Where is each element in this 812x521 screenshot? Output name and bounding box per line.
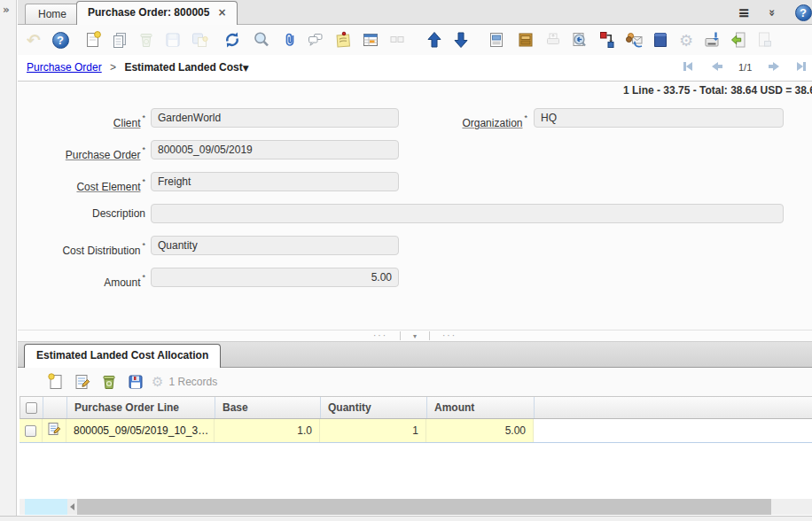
select-all-cell	[20, 397, 43, 418]
cost-distribution-field[interactable]: Quantity	[151, 236, 399, 255]
workflow-icon[interactable]	[597, 29, 618, 51]
archive-viewer-icon[interactable]	[515, 29, 536, 51]
window-bottom-edge	[0, 516, 812, 521]
export-icon[interactable]	[701, 29, 722, 51]
splitter-collapse-icon[interactable]: ▾	[401, 332, 429, 340]
next-record-icon[interactable]	[769, 62, 779, 71]
first-record-icon[interactable]	[683, 62, 692, 71]
label-client: Client*	[18, 108, 145, 133]
expand-menu-icon[interactable]: »	[3, 4, 10, 16]
file-import-icon[interactable]	[753, 29, 775, 51]
new-record-icon[interactable]	[82, 29, 104, 51]
column-header-purchase-order-line[interactable]: Purchase Order Line	[67, 397, 215, 418]
record-page-indicator: 1/1	[738, 62, 752, 73]
print-preview-icon[interactable]	[568, 29, 589, 51]
tab-purchase-order[interactable]: Purchase Order: 800005×	[76, 1, 238, 25]
column-header-base[interactable]: Base	[215, 397, 321, 418]
copy-record-icon[interactable]	[109, 29, 130, 51]
grid-header-row: Purchase Order Line Base Quantity Amount	[20, 396, 812, 419]
splitter-grip: ···	[361, 331, 400, 340]
amount-field[interactable]: 5.00	[151, 268, 399, 287]
main-toolbar: ↶ ? ⚙	[18, 25, 812, 55]
post-it-note-icon[interactable]	[332, 29, 354, 51]
label-organization: Organization*	[399, 108, 527, 133]
process-rows-icon[interactable]: ⚙	[152, 374, 163, 390]
zoom-across-icon[interactable]	[386, 29, 408, 51]
application-window: » Home Purchase Order: 800005× ≡ » ? ↶ ?	[0, 0, 812, 521]
tab-estimated-landed-cost-allocation[interactable]: Estimated Landed Cost Allocation	[24, 344, 221, 368]
archive-document-icon[interactable]	[650, 29, 671, 51]
detail-grid-panel: Purchase Order Line Base Quantity Amount…	[18, 396, 812, 516]
client-field[interactable]: GardenWorld	[151, 108, 399, 128]
collapse-header-icon[interactable]: »	[762, 0, 782, 25]
label-purchase-order: Purchase Order*	[18, 140, 145, 165]
chat-icon[interactable]	[305, 29, 326, 51]
breadcrumb-current[interactable]: Estimated Landed Cost	[124, 61, 242, 74]
cost-element-field[interactable]: Freight	[151, 172, 399, 191]
mandatory-indicator: *	[142, 113, 145, 122]
breadcrumb: Purchase Order > Estimated Landed Cost▼	[27, 61, 249, 74]
new-row-icon[interactable]	[45, 371, 66, 393]
tab-home[interactable]: Home	[25, 4, 80, 24]
label-amount: Amount*	[18, 268, 145, 292]
splitter-grip: ···	[430, 331, 469, 340]
save-create-new-icon[interactable]	[189, 29, 210, 51]
scrollbar-thumb[interactable]	[77, 499, 771, 515]
report-icon[interactable]	[486, 29, 507, 51]
save-icon[interactable]	[162, 29, 183, 51]
horizontal-scrollbar	[20, 499, 812, 515]
purchase-order-field[interactable]: 800005_09/05/2019	[151, 140, 399, 159]
label-cost-distribution: Cost Distribution*	[18, 236, 145, 260]
row-icon-header	[43, 397, 67, 418]
find-record-icon[interactable]	[251, 29, 272, 51]
cell-purchase-order-line: 800005_09/05/2019_10_33...	[66, 419, 215, 442]
select-all-checkbox[interactable]	[26, 402, 37, 414]
cell-quantity: 1	[320, 419, 426, 442]
column-header-amount[interactable]: Amount	[427, 397, 535, 418]
row-checkbox[interactable]	[25, 425, 36, 437]
help-icon[interactable]: ?	[50, 29, 71, 51]
mandatory-indicator: *	[524, 113, 527, 122]
detail-tabstrip: Estimated Landed Cost Allocation	[18, 342, 812, 368]
mandatory-indicator: *	[142, 177, 145, 186]
process-icon[interactable]: ⚙	[675, 29, 697, 51]
delete-row-icon[interactable]	[98, 371, 120, 393]
edit-row-icon[interactable]	[72, 371, 93, 393]
menu-icon[interactable]: ≡	[734, 0, 753, 25]
delete-record-icon[interactable]	[136, 29, 157, 51]
table-row[interactable]: 800005_09/05/2019_10_33... 1.0 1 5.00	[20, 419, 812, 443]
undo-icon[interactable]: ↶	[23, 29, 44, 51]
breadcrumb-parent-link[interactable]: Purchase Order	[27, 61, 102, 74]
save-rows-icon[interactable]	[125, 371, 146, 393]
scroll-left-icon[interactable]	[67, 499, 77, 515]
column-header-quantity[interactable]: Quantity	[321, 397, 427, 418]
window-help-icon[interactable]: ?	[793, 0, 812, 25]
cell-base: 1.0	[215, 419, 320, 442]
last-record-icon[interactable]	[797, 62, 806, 71]
print-icon[interactable]	[543, 29, 564, 51]
mandatory-indicator: *	[142, 273, 145, 282]
requery-icon[interactable]	[222, 29, 243, 51]
panel-splitter[interactable]: ··· ▾ ···	[18, 330, 812, 342]
chevron-down-icon[interactable]: ▼	[243, 64, 249, 73]
breadcrumb-separator: >	[110, 61, 116, 74]
status-line: 1 Line - 33.75 - Total: 38.64 USD = 38.6…	[623, 84, 812, 97]
mandatory-indicator: *	[142, 241, 145, 250]
scrollbar-frozen-segment	[25, 499, 67, 515]
end-window-icon[interactable]	[728, 29, 749, 51]
requests-icon[interactable]	[624, 29, 645, 51]
toggle-grid-icon[interactable]	[360, 29, 381, 51]
previous-record-icon[interactable]	[712, 62, 722, 71]
close-tab-icon[interactable]: ×	[217, 6, 226, 19]
label-cost-element: Cost Element*	[18, 172, 145, 197]
description-field[interactable]	[151, 204, 784, 223]
detail-record-icon[interactable]	[450, 29, 472, 51]
organization-field[interactable]: HQ	[534, 108, 784, 128]
allocation-grid: Purchase Order Line Base Quantity Amount…	[20, 396, 812, 443]
form-panel: 1 Line - 33.75 - Total: 38.64 USD = 38.6…	[18, 82, 812, 330]
row-edit-icon[interactable]	[46, 421, 63, 440]
attachment-icon[interactable]	[279, 29, 301, 51]
records-count: 1 Records	[168, 376, 217, 388]
mandatory-indicator: *	[142, 145, 145, 154]
parent-record-icon[interactable]	[424, 29, 445, 51]
